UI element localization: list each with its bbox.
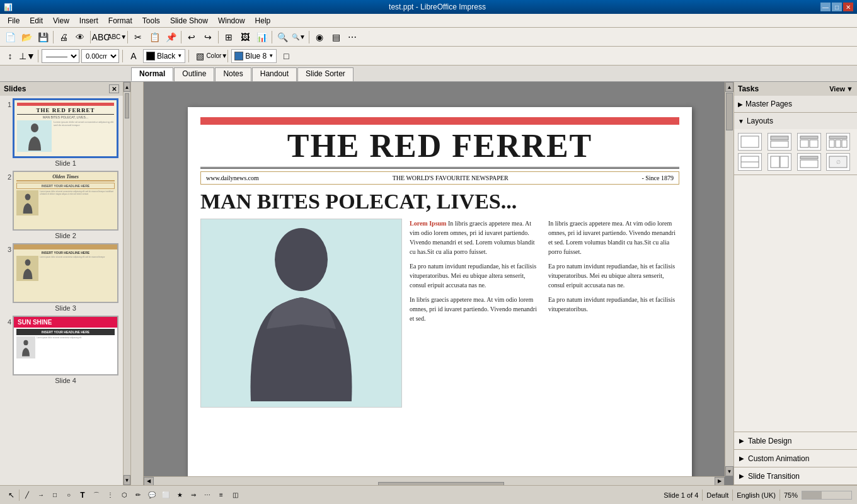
callout-tool[interactable]: 💬 <box>146 489 158 501</box>
menu-help[interactable]: Help <box>250 15 276 26</box>
layout-item-6[interactable] <box>768 153 791 171</box>
color-indicator[interactable]: Black ▼ <box>143 49 185 63</box>
menu-tools[interactable]: Tools <box>137 15 165 26</box>
color-dropdown-arrow[interactable]: ▼ <box>177 53 182 59</box>
zoom-in-button[interactable]: 🔍 <box>275 30 290 45</box>
scroll-thumb[interactable] <box>125 93 129 118</box>
layout-item-2[interactable] <box>768 133 791 151</box>
ellipse-tool[interactable]: ○ <box>62 489 75 501</box>
more-shapes-tool[interactable]: ⋮ <box>104 489 117 501</box>
slides-panel-close[interactable]: ✕ <box>109 84 119 93</box>
menu-format[interactable]: Format <box>103 15 137 26</box>
table-design-item[interactable]: ▶ Table Design <box>734 432 857 450</box>
canvas-vscrollbar[interactable]: ▲ ▼ <box>725 82 733 476</box>
menu-view[interactable]: View <box>48 15 74 26</box>
slide-thumb-2[interactable]: Olden Times INSERT YOUR HEADLINE HERE Lo… <box>13 171 118 231</box>
tab-notes[interactable]: Notes <box>215 67 251 81</box>
menu-window[interactable]: Window <box>213 15 250 26</box>
text-tool[interactable]: T <box>76 489 89 501</box>
tab-normal[interactable]: Normal <box>131 67 173 81</box>
menu-edit[interactable]: Edit <box>25 15 48 26</box>
tasks-view-button[interactable]: View ▼ <box>829 85 853 93</box>
scroll-up-arrow[interactable]: ▲ <box>124 82 130 92</box>
spellcheck-button[interactable]: ABC <box>93 30 108 45</box>
cut-button[interactable]: ✂ <box>130 30 146 45</box>
more-button[interactable]: ⋯ <box>345 30 360 45</box>
copy-button[interactable]: 📋 <box>147 30 162 45</box>
toolbar2-sep-4 <box>227 50 228 62</box>
color-picker-button[interactable]: A <box>126 49 141 64</box>
canvas-hscroll-thumb[interactable] <box>378 482 504 486</box>
tab-handout[interactable]: Handout <box>252 67 297 81</box>
print-button[interactable]: 🖨 <box>56 30 71 45</box>
insert-chart-button[interactable]: 📊 <box>254 30 269 45</box>
tab-slide-sorter[interactable]: Slide Sorter <box>297 67 354 81</box>
custom-animation-item[interactable]: ▶ Custom Animation <box>734 450 857 467</box>
canvas-hscroll-right[interactable]: ▶ <box>715 477 725 486</box>
autocorrect-button[interactable]: ABC▼ <box>110 30 125 45</box>
layouts-header[interactable]: ▼ Layouts <box>734 113 857 129</box>
palette-indicator[interactable]: Blue 8 ▼ <box>231 49 277 63</box>
arrow-button[interactable]: ↕ <box>3 49 18 64</box>
slide-thumb-1[interactable]: THE RED FERRET MAN BITES POLECAT, LIVES.… <box>13 98 118 158</box>
redo-button[interactable]: ↪ <box>200 30 216 45</box>
menu-slideshow[interactable]: Slide Show <box>165 15 213 26</box>
slide-thumb-3[interactable]: INSERT YOUR HEADLINE HERE Lorem ipsum do… <box>13 243 118 303</box>
canvas-hscrollbar[interactable]: ◀ ▶ <box>144 476 725 485</box>
canvas-hscroll-left[interactable]: ◀ <box>144 477 154 486</box>
new-button[interactable]: 📄 <box>3 30 18 45</box>
slide-thumb-4[interactable]: SUN SHINE INSERT YOUR HEADLINE HERE <box>13 316 118 375</box>
maximize-button[interactable]: □ <box>832 3 842 11</box>
insert-image-button[interactable]: 🖼 <box>238 30 253 45</box>
layout-item-3[interactable] <box>797 133 821 151</box>
canvas-scroll-down[interactable]: ▼ <box>725 466 733 476</box>
arrow-tool[interactable]: → <box>35 489 47 501</box>
zoom-slider[interactable] <box>802 491 852 500</box>
paste-button[interactable]: 📌 <box>163 30 178 45</box>
layout-item-5[interactable] <box>738 153 762 171</box>
layout-item-1[interactable] <box>738 133 762 151</box>
insert-table-button[interactable]: ⊞ <box>221 30 236 45</box>
slides-scrollbar[interactable]: ▲ ▼ <box>124 82 131 485</box>
polygon-tool[interactable]: ⬡ <box>118 489 130 501</box>
undo-button[interactable]: ↩ <box>184 30 199 45</box>
canvas-scroll-up[interactable]: ▲ <box>725 82 733 92</box>
align-button[interactable]: ⊥▼ <box>20 49 35 64</box>
area-style-button[interactable]: Color▼ <box>209 49 224 64</box>
menu-file[interactable]: File <box>3 15 25 26</box>
zoom-dropdown[interactable]: 🔍▼ <box>291 30 306 45</box>
close-button[interactable]: ✕ <box>843 3 853 11</box>
svg-rect-10 <box>810 140 818 147</box>
menu-insert[interactable]: Insert <box>74 15 103 26</box>
line-width-select[interactable]: 0.00cm <box>81 49 119 63</box>
tab-outline[interactable]: Outline <box>174 67 214 81</box>
shadow-button[interactable]: □ <box>279 49 294 64</box>
area-color-button[interactable]: ▧ <box>192 49 207 64</box>
sidebar-button[interactable]: ▤ <box>328 30 343 45</box>
navigator-button[interactable]: ◉ <box>312 30 327 45</box>
line-tool[interactable]: ╱ <box>21 489 33 501</box>
layout-item-8[interactable]: ∅ <box>826 153 850 171</box>
slide-transition-item[interactable]: ▶ Slide Transition <box>734 467 857 485</box>
align-dist-btn[interactable]: ≡ <box>215 489 227 501</box>
layout-item-4[interactable] <box>826 133 850 151</box>
palette-dropdown-arrow[interactable]: ▼ <box>268 53 273 59</box>
rect-tool[interactable]: □ <box>49 489 61 501</box>
line-style-select[interactable]: ————— <box>42 49 79 63</box>
shadow-3d-btn[interactable]: ◫ <box>229 489 241 501</box>
more-tools-btn[interactable]: ⋯ <box>201 489 214 501</box>
canvas-scroll-thumb[interactable] <box>726 93 733 130</box>
save-button[interactable]: 💾 <box>35 30 50 45</box>
block-arrows-tool[interactable]: ⇒ <box>187 489 200 501</box>
open-button[interactable]: 📂 <box>19 30 34 45</box>
freeform-tool[interactable]: ✏ <box>132 489 144 501</box>
scroll-down-arrow[interactable]: ▼ <box>124 475 130 485</box>
master-pages-header[interactable]: ▶ Master Pages <box>734 96 857 112</box>
special-shapes-tool[interactable]: ★ <box>173 489 186 501</box>
select-tool[interactable]: ↖ <box>5 489 18 501</box>
flowchart-tool[interactable]: ⬜ <box>159 489 172 501</box>
layout-item-7[interactable] <box>797 153 821 171</box>
preview-button[interactable]: 👁 <box>72 30 88 45</box>
minimize-button[interactable]: — <box>820 3 831 11</box>
curve-tool[interactable]: ⌒ <box>90 489 103 501</box>
